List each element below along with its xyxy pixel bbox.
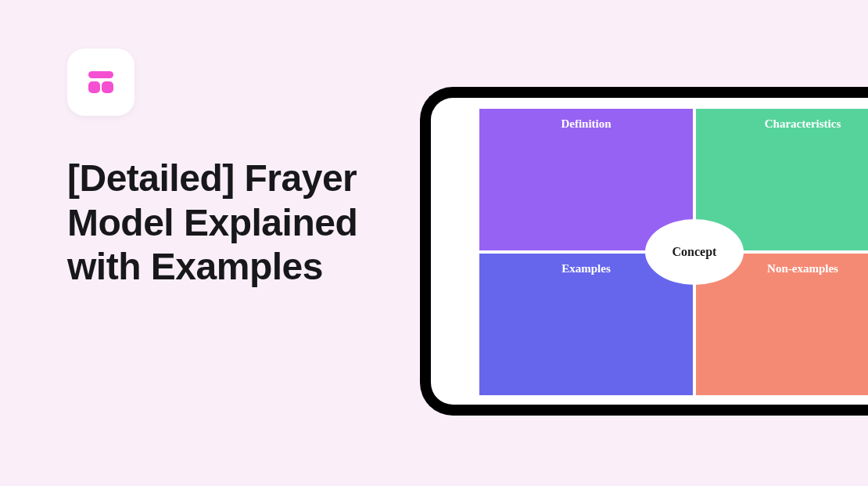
- svg-rect-0: [88, 71, 113, 78]
- quadrant-label: Definition: [561, 117, 611, 130]
- quadrant-label: Examples: [561, 262, 611, 275]
- svg-rect-1: [88, 81, 100, 93]
- svg-rect-2: [102, 81, 113, 93]
- page-title: [Detailed] Frayer Model Explained with E…: [67, 157, 404, 290]
- logo-icon: [85, 67, 117, 98]
- tablet-frame: Definition Characteristics Examples Non-…: [420, 87, 868, 416]
- quadrant-label: Non-examples: [767, 262, 838, 275]
- logo-badge: [67, 49, 135, 116]
- concept-center: Concept: [645, 219, 744, 285]
- quadrant-label: Characteristics: [765, 117, 841, 130]
- frayer-model: Definition Characteristics Examples Non-…: [479, 109, 868, 395]
